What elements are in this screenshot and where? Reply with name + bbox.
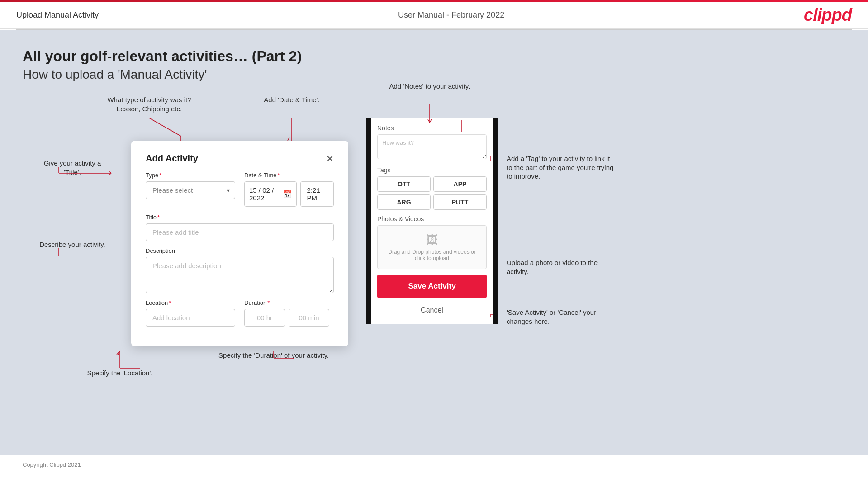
manual-title: User Manual - February 2022 — [398, 10, 504, 20]
top-red-bar — [0, 0, 868, 2]
duration-inputs — [244, 309, 334, 327]
tag-arg[interactable]: ARG — [377, 194, 431, 210]
tag-app[interactable]: APP — [433, 176, 487, 192]
date-input[interactable]: 15 / 02 / 2022 📅 — [244, 181, 297, 207]
bottom-arrows-svg — [50, 351, 348, 405]
title-label: Title* — [146, 214, 334, 221]
photos-label: Photos & Videos — [377, 215, 487, 223]
svg-line-0 — [149, 118, 181, 136]
description-group: Description — [146, 247, 334, 293]
description-input[interactable] — [146, 257, 334, 293]
duration-group: Duration* — [244, 299, 334, 327]
modal-header: Add Activity ✕ — [146, 153, 334, 164]
left-arrows-svg — [32, 141, 113, 344]
duration-hr-input[interactable] — [244, 309, 285, 327]
title-input[interactable] — [146, 223, 334, 241]
location-group: Location* — [146, 299, 235, 327]
main-content: All your golf-relevant activities… (Part… — [0, 30, 868, 455]
title-group: Title* — [146, 214, 334, 241]
notes-label: Notes — [377, 124, 487, 132]
logo: clippd — [804, 5, 852, 25]
type-datetime-row: Type* Please select ▾ Date & T — [146, 172, 334, 207]
phone-right-bar — [493, 118, 498, 324]
header: Upload Manual Activity User Manual - Feb… — [0, 0, 868, 29]
description-label: Description — [146, 247, 334, 254]
datetime-group: Date & Time* 15 / 02 / 2022 📅 2:21 PM — [244, 172, 334, 207]
add-activity-modal: Add Activity ✕ Type* Please select — [131, 141, 348, 346]
photo-icon: 🖼 — [382, 233, 482, 247]
photos-section: Photos & Videos 🖼 Drag and Drop photos a… — [377, 215, 487, 269]
date-time-inputs: 15 / 02 / 2022 📅 2:21 PM — [244, 181, 334, 207]
type-label: Type* — [146, 172, 235, 179]
cancel-button[interactable]: Cancel — [377, 303, 487, 318]
type-select[interactable]: Please select — [146, 181, 235, 199]
type-select-wrapper[interactable]: Please select ▾ — [146, 181, 235, 199]
datetime-label: Date & Time* — [244, 172, 334, 179]
page-title: Upload Manual Activity — [16, 10, 99, 20]
footer: Copyright Clippd 2021 — [0, 455, 868, 474]
tag-putt[interactable]: PUTT — [433, 194, 487, 210]
close-button[interactable]: ✕ — [326, 154, 334, 163]
time-input[interactable]: 2:21 PM — [300, 181, 334, 207]
phone-inner: Notes Tags OTT APP ARG PUTT — [371, 118, 493, 324]
location-label: Location* — [146, 299, 235, 306]
tag-ott[interactable]: OTT — [377, 176, 431, 192]
copyright: Copyright Clippd 2021 — [23, 461, 81, 468]
type-group: Type* Please select ▾ — [146, 172, 235, 207]
save-activity-button[interactable]: Save Activity — [377, 275, 487, 298]
notes-section: Notes — [377, 124, 487, 161]
photos-upload-text: Drag and Drop photos and videos or click… — [382, 249, 482, 261]
location-input[interactable] — [146, 309, 235, 327]
notes-input[interactable] — [377, 134, 487, 159]
duration-min-input[interactable] — [289, 309, 329, 327]
annotation-notes: Add 'Notes' to your activity. — [384, 82, 475, 91]
tags-section: Tags OTT APP ARG PUTT — [377, 166, 487, 210]
duration-label: Duration* — [244, 299, 334, 306]
top-arrows-svg — [50, 95, 348, 141]
photos-upload-area[interactable]: 🖼 Drag and Drop photos and videos or cli… — [377, 225, 487, 269]
main-subheading: How to upload a 'Manual Activity' — [23, 67, 845, 82]
modal-title: Add Activity — [146, 153, 198, 164]
calendar-icon: 📅 — [283, 190, 292, 199]
main-heading: All your golf-relevant activities… (Part… — [23, 48, 845, 65]
right-arrows-svg — [498, 118, 620, 371]
svg-line-3 — [288, 137, 289, 141]
tags-grid: OTT APP ARG PUTT — [377, 176, 487, 210]
location-duration-row: Location* Duration* — [146, 299, 334, 327]
phone-left-bar — [366, 118, 371, 324]
tags-label: Tags — [377, 166, 487, 174]
